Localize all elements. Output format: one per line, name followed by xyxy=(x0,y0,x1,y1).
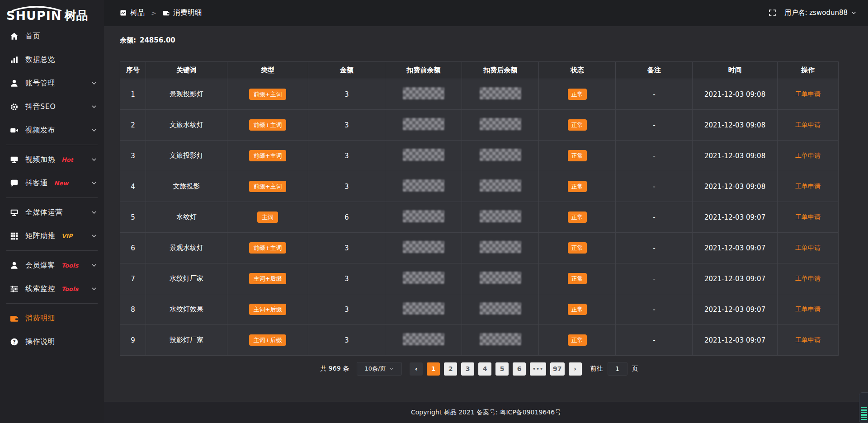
table-row: 2 文旅水纹灯 前缀+主词 3 正常 - 2021-12-03 09:08 工单… xyxy=(120,110,839,141)
remark-cell: - xyxy=(653,306,655,314)
page-button-5[interactable]: 5 xyxy=(495,362,509,376)
amount-cell: 3 xyxy=(344,244,349,252)
type-badge: 主词+后缀 xyxy=(249,273,287,284)
sidebar-item-consume-detail[interactable]: 消费明细 xyxy=(0,306,104,330)
ticket-apply-link[interactable]: 工单申请 xyxy=(795,152,821,159)
column-header: 类型 xyxy=(227,62,308,79)
goto-page: 前往 页 xyxy=(590,362,638,376)
page-button-2[interactable]: 2 xyxy=(444,362,457,376)
balance: 余额:24856.00 xyxy=(120,36,839,46)
chat-icon xyxy=(10,179,19,188)
page-button-97[interactable]: 97 xyxy=(550,362,564,376)
fullscreen-icon[interactable] xyxy=(769,9,776,17)
sidebar-item-all-media[interactable]: 全媒体运营 xyxy=(0,201,104,224)
gear-icon xyxy=(10,103,19,111)
status-badge: 正常 xyxy=(568,334,587,346)
breadcrumb-root[interactable]: 树品 xyxy=(130,8,145,18)
home-icon xyxy=(10,32,19,41)
chevron-down-icon xyxy=(91,286,97,291)
breadcrumb-separator: > xyxy=(151,9,156,17)
status-badge: 正常 xyxy=(568,89,587,100)
row-index: 9 xyxy=(131,336,135,344)
menu-badge: VIP xyxy=(61,233,72,240)
keyword-cell: 文旅投影灯 xyxy=(170,151,203,160)
sidebar: SHUPIN 树品 首页 数据总览 账号管理 抖音SEO 视频发布 xyxy=(0,0,104,423)
ticket-apply-link[interactable]: 工单申请 xyxy=(795,121,821,128)
user-dropdown[interactable]: 用户名: zswodun88 xyxy=(784,9,856,17)
page-button-4[interactable]: 4 xyxy=(478,362,491,376)
sidebar-item-doukertong[interactable]: 抖客通 New xyxy=(0,171,104,195)
sidebar-item-account-manage[interactable]: 账号管理 xyxy=(0,71,104,95)
page-size-value: 10条/页 xyxy=(365,365,386,373)
masked-balance-before xyxy=(403,87,444,99)
page-button-1[interactable]: 1 xyxy=(427,362,440,376)
sidebar-item-douyin-seo[interactable]: 抖音SEO xyxy=(0,95,104,118)
remark-cell: - xyxy=(653,121,655,129)
user-icon xyxy=(10,261,19,270)
masked-balance-before xyxy=(403,179,444,192)
table-body: 1 景观投影灯 前缀+主词 3 正常 - 2021-12-03 09:08 工单… xyxy=(120,79,839,356)
table-header-row: 序号关键词类型金额扣费前余额扣费后余额状态备注时间操作 xyxy=(120,62,839,79)
page-buttons: 123456•••97 xyxy=(427,362,565,376)
amount-cell: 3 xyxy=(344,152,349,160)
column-header: 序号 xyxy=(120,62,146,79)
menu-badge: New xyxy=(54,180,69,187)
sidebar-divider xyxy=(6,145,98,145)
masked-balance-before xyxy=(403,272,444,284)
sidebar-item-matrix-boost[interactable]: 矩阵助推 VIP xyxy=(0,224,104,248)
ticket-apply-link[interactable]: 工单申请 xyxy=(795,213,821,221)
masked-balance-before xyxy=(403,210,444,222)
sidebar-item-home[interactable]: 首页 xyxy=(0,24,104,48)
page-button-6[interactable]: 6 xyxy=(513,362,526,376)
time-cell: 2021-12-03 09:08 xyxy=(704,183,765,191)
time-cell: 2021-12-03 09:08 xyxy=(704,90,765,99)
sidebar-divider xyxy=(6,250,98,251)
masked-balance-before xyxy=(403,149,444,161)
ticket-apply-link[interactable]: 工单申请 xyxy=(795,244,821,251)
table-row: 3 文旅投影灯 前缀+主词 3 正常 - 2021-12-03 09:08 工单… xyxy=(120,141,839,171)
floating-widget[interactable] xyxy=(859,392,868,423)
sidebar-item-clue-monitor[interactable]: 线索监控 Tools xyxy=(0,277,104,301)
ticket-apply-link[interactable]: 工单申请 xyxy=(795,306,821,313)
sidebar-menu: 首页 数据总览 账号管理 抖音SEO 视频发布 视频加热 H xyxy=(0,24,104,353)
status-badge: 正常 xyxy=(568,119,587,131)
masked-balance-before xyxy=(403,302,444,315)
status-badge: 正常 xyxy=(568,273,587,284)
balance-label: 余额: xyxy=(120,36,136,44)
ticket-apply-link[interactable]: 工单申请 xyxy=(795,90,821,98)
ticket-apply-link[interactable]: 工单申请 xyxy=(795,275,821,282)
sidebar-item-video-publish[interactable]: 视频发布 xyxy=(0,118,104,142)
page-button-3[interactable]: 3 xyxy=(461,362,474,376)
row-index: 4 xyxy=(131,183,135,191)
more-pages-button[interactable]: ••• xyxy=(530,362,546,376)
keyword-cell: 投影灯厂家 xyxy=(170,336,203,344)
keyword-cell: 水纹灯 xyxy=(176,213,197,221)
sidebar-item-video-heat[interactable]: 视频加热 Hot xyxy=(0,148,104,171)
sidebar-divider xyxy=(6,303,98,304)
page-size-select[interactable]: 10条/页 xyxy=(357,362,402,376)
menu-badge: Tools xyxy=(61,286,78,292)
sidebar-item-member-baoke[interactable]: 会员爆客 Tools xyxy=(0,254,104,277)
prev-page-button[interactable]: ‹ xyxy=(410,362,423,376)
grid-icon xyxy=(10,232,19,240)
goto-page-input[interactable] xyxy=(608,362,627,376)
ticket-apply-link[interactable]: 工单申请 xyxy=(795,183,821,190)
type-badge: 前缀+主词 xyxy=(249,119,287,131)
keyword-cell: 文旅水纹灯 xyxy=(170,121,203,129)
ticket-apply-link[interactable]: 工单申请 xyxy=(795,336,821,343)
next-page-button[interactable]: › xyxy=(569,362,582,376)
footer: Copyright 树品 2021 备案号: 粤ICP备09019646号 xyxy=(104,402,868,423)
table-row: 5 水纹灯 主词 6 正常 - 2021-12-03 09:07 工单申请 xyxy=(120,202,839,233)
sidebar-item-operation-guide[interactable]: ? 操作说明 xyxy=(0,330,104,353)
time-cell: 2021-12-03 09:07 xyxy=(704,275,765,283)
sidebar-item-data-overview[interactable]: 数据总览 xyxy=(0,48,104,71)
masked-balance-after xyxy=(480,87,521,99)
remark-cell: - xyxy=(653,244,655,252)
chevron-down-icon xyxy=(91,157,97,162)
bar-chart-icon xyxy=(10,56,19,64)
amount-cell: 3 xyxy=(344,336,349,344)
sidebar-divider xyxy=(6,197,98,198)
app-icon xyxy=(120,9,127,16)
chevron-down-icon xyxy=(91,233,97,239)
table-row: 7 水纹灯厂家 主词+后缀 3 正常 - 2021-12-03 09:07 工单… xyxy=(120,263,839,294)
